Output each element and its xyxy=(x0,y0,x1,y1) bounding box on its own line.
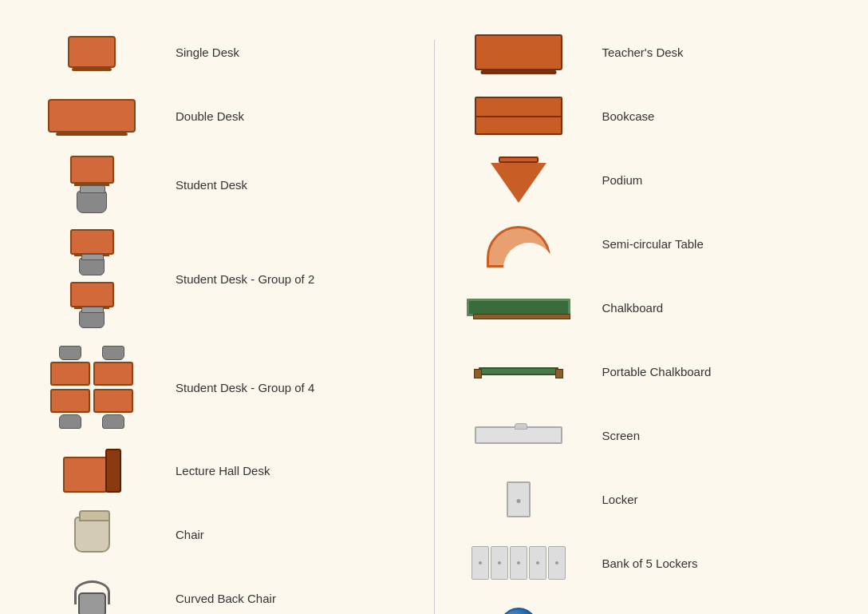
left-column: Single Desk Double Desk Student Desk xyxy=(16,24,426,614)
screen-icon-area xyxy=(451,426,586,444)
portable-chalkboard-icon xyxy=(479,367,558,375)
desk-cell-bl xyxy=(50,389,90,430)
student-desk-top xyxy=(70,156,114,184)
desk-unit-2 xyxy=(70,282,114,328)
single-desk-icon xyxy=(68,36,116,68)
chair-bl xyxy=(59,414,81,429)
desk-bl xyxy=(50,389,90,413)
bank-of-5-lockers-row: Bank of 5 Lockers xyxy=(443,535,853,591)
student-desk-icon-area xyxy=(24,156,160,213)
desk-cell-br xyxy=(93,389,133,430)
student-desk-group2-icon xyxy=(70,229,114,328)
desk-cell-tl xyxy=(50,344,90,386)
lecture-desk-top xyxy=(63,457,107,493)
student-desk-group4-row: Student Desk - Group of 4 xyxy=(16,340,426,434)
desk-tr xyxy=(93,362,133,386)
locker-icon xyxy=(507,481,531,517)
right-column: Teacher's Desk Bookcase Podium xyxy=(443,24,853,614)
double-desk-label: Double Desk xyxy=(176,109,244,123)
chair-icon-area xyxy=(24,517,160,553)
student-desk-group4-icon-area xyxy=(24,344,160,430)
student-desk-icon xyxy=(70,156,114,213)
chalkboard-label: Chalkboard xyxy=(602,301,664,315)
podium-shelf xyxy=(499,156,539,163)
bank-of-5-lockers-icon xyxy=(471,546,566,580)
student-desk-group4-label: Student Desk - Group of 4 xyxy=(176,381,314,394)
curved-back-chair-label: Curved Back Chair xyxy=(176,592,276,605)
teachers-desk-icon-area xyxy=(451,34,586,70)
locker-unit-4 xyxy=(529,546,546,580)
single-desk-label: Single Desk xyxy=(176,46,239,59)
desk-rect-2 xyxy=(70,282,114,307)
semi-circular-table-icon-area xyxy=(451,220,586,267)
teachers-desk-label: Teacher's Desk xyxy=(602,46,684,59)
lecture-hall-desk-icon-area xyxy=(24,449,160,493)
locker-icon-area xyxy=(451,481,586,517)
locker-unit-3 xyxy=(510,546,527,580)
semi-table-outer xyxy=(487,226,550,267)
chair-label: Chair xyxy=(176,528,204,541)
screen-icon xyxy=(475,426,562,444)
locker-label: Locker xyxy=(602,493,638,506)
desk-rect-1 xyxy=(70,229,114,255)
chair-row: Chair xyxy=(16,506,426,562)
single-desk-row: Single Desk xyxy=(16,24,426,80)
chair-tr xyxy=(102,346,124,360)
desk-cell-tr xyxy=(93,344,133,386)
semi-circular-table-row: Semi-circular Table xyxy=(443,216,853,271)
main-container: Single Desk Double Desk Student Desk xyxy=(0,0,868,614)
desk-tl xyxy=(50,362,90,386)
teachers-desk-icon xyxy=(475,34,562,70)
portable-chalkboard-row: Portable Chalkboard xyxy=(443,343,853,399)
curved-back-seat xyxy=(78,592,106,615)
desk-unit-1 xyxy=(70,229,114,275)
portable-chalkboard-icon-area xyxy=(451,367,586,375)
double-desk-icon xyxy=(48,99,136,133)
bookcase-icon-area xyxy=(451,97,586,135)
double-desk-icon-area xyxy=(24,99,160,133)
podium-label: Podium xyxy=(602,173,643,187)
mini-chair-2 xyxy=(79,311,105,328)
chair-icon xyxy=(74,517,110,553)
student-desk-row: Student Desk xyxy=(16,152,426,217)
lecture-hall-desk-icon xyxy=(63,449,121,493)
locker-unit-5 xyxy=(548,546,566,580)
podium-row: Podium xyxy=(443,152,853,208)
teachers-desk-row: Teacher's Desk xyxy=(443,24,853,80)
bookcase-row: Bookcase xyxy=(443,88,853,144)
chair-br xyxy=(102,414,124,429)
portable-chalkboard-label: Portable Chalkboard xyxy=(602,365,712,378)
bank-of-5-lockers-icon-area xyxy=(451,546,586,580)
lecture-hall-desk-row: Lecture Hall Desk xyxy=(16,442,426,498)
chalkboard-icon xyxy=(467,299,570,316)
curved-back-chair-icon-area xyxy=(24,580,160,615)
globe-row: Globe xyxy=(443,599,853,614)
chair-tl xyxy=(59,346,81,360)
single-desk-icon-area xyxy=(24,36,160,68)
student-desk-label: Student Desk xyxy=(176,178,247,192)
screen-label: Screen xyxy=(602,429,641,442)
curved-back-chair-row: Curved Back Chair xyxy=(16,570,426,614)
curved-back-chair-icon xyxy=(74,580,110,615)
globe-icon-area xyxy=(451,608,586,614)
lecture-desk-back xyxy=(105,449,121,493)
double-desk-row: Double Desk xyxy=(16,88,426,144)
lecture-hall-desk-label: Lecture Hall Desk xyxy=(176,464,270,477)
student-desk-group2-label: Student Desk - Group of 2 xyxy=(176,272,314,286)
column-divider xyxy=(434,40,435,614)
bookcase-icon xyxy=(475,97,562,135)
locker-unit-2 xyxy=(491,546,508,580)
podium-base xyxy=(491,163,546,203)
locker-unit-1 xyxy=(471,546,489,580)
podium-icon xyxy=(491,156,546,203)
desk-br xyxy=(93,389,133,413)
semi-circular-table-label: Semi-circular Table xyxy=(602,237,704,251)
chalkboard-icon-area xyxy=(451,299,586,316)
mini-chair-1 xyxy=(79,258,105,275)
student-desk-group2-icon-area xyxy=(24,229,160,328)
screen-row: Screen xyxy=(443,407,853,463)
student-desk-group2-row: Student Desk - Group of 2 xyxy=(16,225,426,332)
globe-icon xyxy=(499,608,538,614)
semi-circular-table-icon xyxy=(479,220,558,267)
student-desk-chair xyxy=(77,191,107,213)
